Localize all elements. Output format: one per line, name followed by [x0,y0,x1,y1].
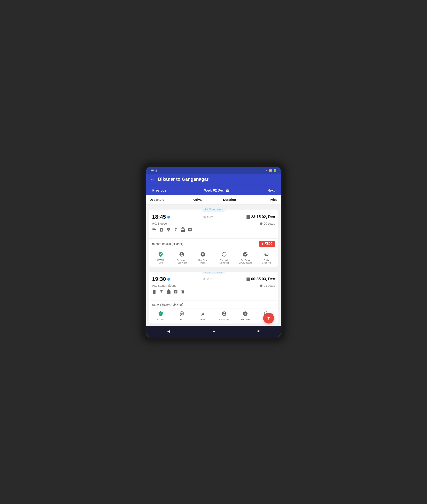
status-left-icons: 🪪 ◎ [150,169,157,172]
clipboard-icon: 🪪 [150,169,154,172]
bus-card-2[interactable]: 88.0% on time 19:30 05h05m [149,272,278,323]
passenger-mask-2: Passenger [214,311,234,321]
hand-sanitize-icon [200,311,206,318]
amenities-row-1 [152,227,275,233]
filter-fab[interactable] [263,313,274,323]
screen: 🪪 ◎ ▼ 📶 🔋 ← Bikaner to Ganganagar ‹ Prev… [146,167,281,337]
crew-tested-label: Bus CrewCOVID Tested [239,259,252,264]
info-row-2: AC, Seater-Sleeper 21 seats [152,284,275,287]
price-column-header: Price [245,198,277,201]
signal-icon: 📶 [269,169,272,172]
previous-button[interactable]: ‹ Previous [150,189,167,192]
nav-recents-button[interactable]: ■ [251,328,266,334]
arrival-icon-2 [246,277,250,281]
amenity-bag [181,227,185,233]
amenity-fan [173,227,178,233]
chevron-right-icon: › [275,189,277,192]
info-row-1: AC, Sleeper 20 seats [152,222,275,225]
previous-label: Previous [152,189,167,192]
bus-crew-label-2: Bus Crew [241,318,250,321]
filter-icon [266,316,271,320]
back-button[interactable]: ← [150,176,155,182]
nav-home-button[interactable]: ● [206,328,221,334]
route-row-2: 19:30 05h05m 00:35 03, Dec [152,276,275,282]
amenity-cctv [152,227,157,233]
wifi-icon: ▼ [265,169,267,172]
amenity2-trash [181,289,185,295]
arrival-time-1: 23:15 02, Dec [246,215,275,219]
calendar-icon[interactable]: 📅 [225,189,229,192]
arrival-icon-1 [246,215,250,219]
line-left-1 [172,217,203,217]
thermal-screening: ThermalScreening [214,252,234,264]
covid-safe-icon-2 [158,311,163,318]
amenity-track [166,227,171,233]
seats-1: 20 seats [260,222,275,225]
bus-label-2: Bus [180,318,183,321]
date-text: Wed, 02 Dec [204,189,224,192]
card-2-body: 19:30 05h05m 00:35 03, Dec [149,272,278,300]
bus-crew-mask-label: Bus CrewMask [198,259,207,264]
seat-icon-2 [260,284,263,287]
covid-safe-icon [158,252,163,258]
hand-sanitize: Hand [193,311,213,321]
on-time-badge-2: 88.0% on time [202,272,225,274]
navigation-bar: ◀ ● ■ [146,326,281,337]
bus-type-2: AC, Seater-Sleeper [152,284,177,287]
operator-name-1: rathore travels (bikaner) [152,242,183,245]
status-right-icons: ▼ 📶 🔋 [265,169,277,172]
amenity2-bag2 [166,289,171,295]
thermal-screening-icon [221,252,227,258]
covid-row-1: COVIDSafe PassengerFace Mask [149,249,278,267]
crew-tested-icon [243,252,248,258]
seat-icon-1 [260,222,263,225]
battery-icon: 🔋 [273,169,277,172]
covid-label-2: COVID [157,318,164,321]
covid-safe-2: COVID [150,311,171,321]
departure-column-header: Departure [150,198,182,201]
amenity2-wifi [159,289,164,295]
passenger-mask-icon-2 [221,311,227,318]
bus-sanitize-icon [179,311,184,318]
next-button[interactable]: Next › [267,189,277,192]
circle-icon: ◎ [155,169,157,172]
departure-time-2: 19:30 [152,276,170,282]
bus-card-1[interactable]: 88.0% on time 18:45 04h30m [149,210,278,267]
social-distancing-label: SocialDistancing [261,259,271,264]
operator-row-1: rathore travels (bikaner) ₹500 [149,238,278,249]
bus-crew-mask: Bus CrewMask [193,252,213,264]
bus-crew-icon-2 [243,311,248,318]
amenity-charge [159,227,164,233]
main-content: 88.0% on time 18:45 04h30m [146,205,281,326]
operator-name-2: rathore travels (bikaner) [152,303,183,306]
amenity2-first-aid [173,289,178,295]
card-1-body: 18:45 04h30m 23:15 02, Dec [149,210,278,238]
nav-back-button[interactable]: ◀ [161,328,176,334]
passenger-mask-label: PassengerFace Mask [177,259,187,264]
app-header: ← Bikaner to Ganganagar [146,173,281,186]
line-right-2 [214,279,244,279]
price-tag-1[interactable]: ₹500 [259,241,275,247]
hand-label-2: Hand [200,318,205,321]
current-date: Wed, 02 Dec 📅 [204,189,229,192]
seats-2: 21 seats [260,284,275,287]
duration-text-1: 04h30m [204,215,213,219]
covid-safe: COVIDSafe [150,252,171,264]
date-navigation: ‹ Previous Wed, 02 Dec 📅 Next › [146,186,281,195]
departure-time-1: 18:45 [152,214,170,220]
amenity-first-aid [188,227,192,233]
chevron-left-icon: ‹ [150,189,152,192]
live-dot-2 [167,278,170,281]
line-right-1 [214,217,244,217]
arrival-column-header: Arrival [182,198,214,201]
crew-covid-tested: Bus CrewCOVID Tested [235,252,255,264]
device-frame: 🪪 ◎ ▼ 📶 🔋 ← Bikaner to Ganganagar ‹ Prev… [143,163,284,341]
live-dot-1 [167,216,170,219]
bus-crew-mask-icon [200,252,206,258]
covid-row-2: COVID Bus Hand [149,308,278,323]
status-bar: 🪪 ◎ ▼ 📶 🔋 [146,167,281,173]
on-time-badge-1: 88.0% on time [202,207,225,212]
route-row-1: 18:45 04h30m 23:15 02, Dec [152,214,275,220]
bus-sanitize: Bus [172,311,192,321]
duration-text-2: 05h05m [204,277,213,281]
